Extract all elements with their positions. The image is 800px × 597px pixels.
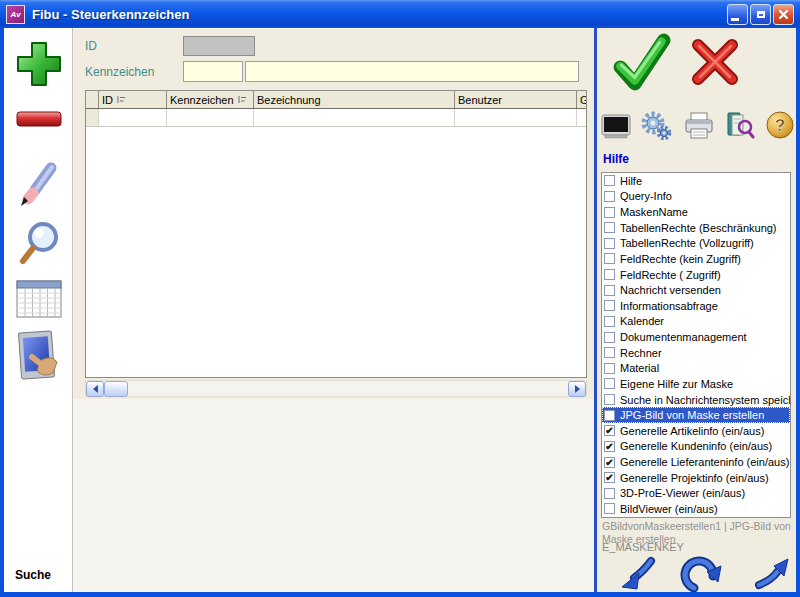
help-list-item[interactable]: JPG-Bild von Maske erstellen xyxy=(602,407,790,423)
help-list-item-label: JPG-Bild von Maske erstellen xyxy=(620,409,764,421)
id-field[interactable] xyxy=(183,36,255,56)
navigate-back-button[interactable] xyxy=(617,552,657,596)
checkbox-unchecked-icon[interactable] xyxy=(604,316,615,327)
app-logo-icon: Av xyxy=(6,5,25,24)
checkbox-unchecked-icon[interactable] xyxy=(604,269,615,280)
help-list-item[interactable]: Nachricht versenden xyxy=(602,282,790,298)
close-icon xyxy=(778,9,789,20)
help-list-item[interactable]: Dokumentenmanagement xyxy=(602,329,790,345)
main-form-area: ID Kennzeichen IDKennzeichenBezeichnungB… xyxy=(73,28,594,592)
help-list-item[interactable]: MaskenName xyxy=(602,204,790,220)
checkbox-checked-icon[interactable]: ✔ xyxy=(604,441,615,452)
settings-button[interactable] xyxy=(640,110,672,140)
help-list-item[interactable]: Eigene Hilfe zur Maske xyxy=(602,376,790,392)
add-plus-icon xyxy=(13,38,65,90)
navigate-forward-button[interactable] xyxy=(752,552,792,596)
checkbox-unchecked-icon[interactable] xyxy=(604,253,615,264)
help-list-item[interactable]: TabellenRechte (Vollzugriff) xyxy=(602,236,790,252)
checkbox-unchecked-icon[interactable] xyxy=(604,394,615,405)
checkbox-unchecked-icon[interactable] xyxy=(604,503,615,514)
checkbox-unchecked-icon[interactable] xyxy=(604,285,615,296)
help-list-item[interactable]: Hilfe xyxy=(602,173,790,189)
help-list-item[interactable]: ✔Generelle Kundeninfo (ein/aus) xyxy=(602,439,790,455)
sort-filter-icon xyxy=(238,95,247,104)
help-list-item[interactable]: Rechner xyxy=(602,345,790,361)
checkbox-unchecked-icon[interactable] xyxy=(604,332,615,343)
column-header-benutzer[interactable]: Benutzer xyxy=(455,91,577,108)
minimize-button[interactable] xyxy=(727,4,748,25)
close-button[interactable] xyxy=(773,4,794,25)
help-listbox[interactable]: HilfeQuery-InfoMaskenNameTabellenRechte … xyxy=(601,172,791,518)
help-list-item-label: Hilfe xyxy=(620,175,642,187)
search-button[interactable] xyxy=(12,216,66,268)
document-search-button[interactable] xyxy=(724,110,756,140)
help-list-item-label: Kalender xyxy=(620,315,664,327)
records-table: IDKennzeichenBezeichnungBenutzerG xyxy=(85,90,587,378)
horizontal-scrollbar[interactable] xyxy=(85,380,587,397)
scrollbar-thumb[interactable] xyxy=(104,381,128,397)
column-header-id[interactable]: ID xyxy=(99,91,167,108)
column-header-kennzeichen[interactable]: Kennzeichen xyxy=(167,91,254,108)
help-list-item[interactable]: Query-Info xyxy=(602,189,790,205)
kennzeichen-text-field[interactable] xyxy=(245,61,579,82)
help-list-item[interactable]: ✔Generelle Projektinfo (ein/aus) xyxy=(602,470,790,486)
checkbox-unchecked-icon[interactable] xyxy=(604,347,615,358)
help-list-item[interactable]: FeldRechte (kein Zugriff) xyxy=(602,251,790,267)
table-view-button[interactable] xyxy=(12,280,66,320)
help-list-item[interactable]: Material xyxy=(602,361,790,377)
cancel-button[interactable] xyxy=(687,35,743,93)
help-list-item[interactable]: Suche in Nachrichtensystem speich xyxy=(602,392,790,408)
maximize-button[interactable] xyxy=(750,4,771,25)
scroll-right-button[interactable] xyxy=(568,381,586,397)
help-list-item[interactable]: 3D-ProE-Viewer (ein/aus) xyxy=(602,486,790,502)
add-button[interactable] xyxy=(12,38,66,90)
column-header-g[interactable]: G xyxy=(577,91,587,108)
arrow-refresh-icon xyxy=(680,552,724,596)
checkbox-unchecked-icon[interactable] xyxy=(604,238,615,249)
checkbox-checked-icon[interactable]: ✔ xyxy=(604,425,615,436)
help-list-item[interactable]: Informationsabfrage xyxy=(602,298,790,314)
remove-button[interactable] xyxy=(12,108,66,130)
help-list-item[interactable]: TabellenRechte (Beschränkung) xyxy=(602,220,790,236)
select-record-button[interactable] xyxy=(12,328,66,386)
refresh-button[interactable] xyxy=(680,552,724,597)
checkbox-unchecked-icon[interactable] xyxy=(604,222,615,233)
titlebar: Av Fibu - Steuerkennzeichen xyxy=(0,0,800,28)
help-list-item[interactable]: Kalender xyxy=(602,314,790,330)
checkbox-unchecked-icon[interactable] xyxy=(604,410,615,421)
column-header-bezeichnung[interactable]: Bezeichnung xyxy=(254,91,455,108)
checkbox-checked-icon[interactable]: ✔ xyxy=(604,472,615,483)
help-list-item-label: Rechner xyxy=(620,347,662,359)
edit-button[interactable] xyxy=(12,158,66,210)
sort-filter-icon xyxy=(117,95,126,104)
help-button[interactable]: ? xyxy=(764,110,796,140)
help-list-item[interactable]: FeldRechte ( Zugriff) xyxy=(602,267,790,283)
help-list-item[interactable]: BildViewer (ein/aus) xyxy=(602,501,790,517)
checkbox-unchecked-icon[interactable] xyxy=(604,191,615,202)
checkbox-unchecked-icon[interactable] xyxy=(604,488,615,499)
checkbox-unchecked-icon[interactable] xyxy=(604,363,615,374)
ok-button[interactable] xyxy=(610,32,672,96)
help-list-item[interactable]: ✔Generelle Artikelinfo (ein/aus) xyxy=(602,423,790,439)
minimize-icon xyxy=(731,18,739,21)
kennzeichen-code-field[interactable] xyxy=(183,61,243,82)
checkbox-unchecked-icon[interactable] xyxy=(604,175,615,186)
table-empty-row[interactable] xyxy=(86,109,586,127)
column-header-label: Benutzer xyxy=(458,94,502,106)
checkbox-checked-icon[interactable]: ✔ xyxy=(604,457,615,468)
checkbox-unchecked-icon[interactable] xyxy=(604,300,615,311)
screen-capture-button[interactable] xyxy=(600,110,632,140)
checkbox-unchecked-icon[interactable] xyxy=(604,378,615,389)
help-list-item-label: BildViewer (ein/aus) xyxy=(620,503,718,515)
print-button[interactable] xyxy=(683,110,715,140)
column-header-label: G xyxy=(580,94,587,106)
scroll-left-button[interactable] xyxy=(86,381,104,397)
row-selector-header[interactable] xyxy=(86,91,99,108)
window-title: Fibu - Steuerkennzeichen xyxy=(32,7,189,22)
help-list-item[interactable]: ✔Generelle Lieferanteninfo (ein/aus) xyxy=(602,454,790,470)
checkbox-unchecked-icon[interactable] xyxy=(604,207,615,218)
table-cell xyxy=(99,109,167,126)
column-header-label: ID xyxy=(102,94,113,106)
select-touch-icon xyxy=(13,328,65,386)
help-list-item-label: TabellenRechte (Vollzugriff) xyxy=(620,237,754,249)
